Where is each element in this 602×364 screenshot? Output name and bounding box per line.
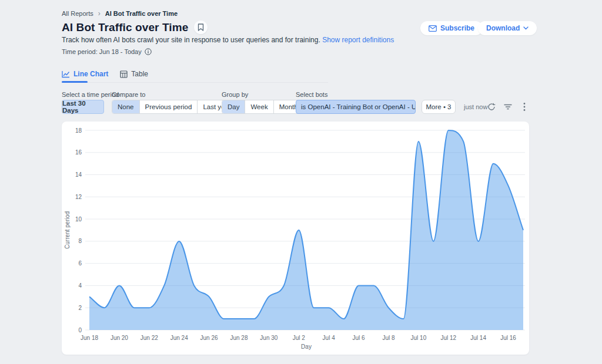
svg-text:16: 16 [75, 149, 82, 156]
svg-text:8: 8 [78, 238, 82, 244]
filter-button[interactable] [501, 100, 515, 114]
svg-text:Jun 24: Jun 24 [170, 335, 188, 341]
select-bots-filter-label: Select bots [296, 91, 327, 98]
svg-text:4: 4 [78, 282, 82, 289]
svg-text:Current period: Current period [64, 211, 71, 249]
line-chart-icon [62, 70, 70, 78]
breadcrumb-chevron-icon: › [98, 9, 101, 18]
svg-text:Jun 30: Jun 30 [260, 335, 277, 341]
svg-text:12: 12 [75, 194, 82, 200]
subscribe-label: Subscribe [440, 24, 474, 32]
filter-icon [504, 103, 512, 110]
svg-text:Jul 12: Jul 12 [440, 335, 456, 341]
page-title: AI Bot Traffic over Time [62, 21, 188, 34]
compare-to-segmented: None Previous period Last year [112, 100, 237, 114]
breadcrumb: All Reports › AI Bot Traffic over Time [62, 9, 178, 18]
compare-option-previous-period[interactable]: Previous period [140, 100, 198, 113]
envelope-icon [429, 25, 437, 32]
svg-text:Jul 16: Jul 16 [500, 335, 516, 341]
time-period-text: Time period: Jun 18 - Today [62, 48, 142, 55]
compare-option-none[interactable]: None [112, 100, 140, 113]
more-filters-button[interactable]: More • 3 [422, 100, 456, 114]
group-by-filter-label: Group by [222, 91, 248, 98]
bookmark-icon [198, 23, 204, 31]
traffic-area-chart[interactable]: 024681012141618Jun 18Jun 20Jun 22Jun 24J… [62, 122, 529, 355]
svg-text:Jun 28: Jun 28 [230, 335, 248, 341]
chart-card: 024681012141618Jun 18Jun 20Jun 22Jun 24J… [62, 122, 529, 355]
subscribe-button[interactable]: Subscribe [420, 21, 483, 35]
svg-text:Jun 26: Jun 26 [200, 335, 218, 341]
download-label: Download [486, 24, 520, 32]
svg-text:Jul 14: Jul 14 [470, 335, 486, 341]
time-period-filter-label: Select a time period [62, 91, 119, 98]
refresh-button[interactable] [484, 100, 499, 114]
breadcrumb-current: AI Bot Traffic over Time [105, 10, 178, 17]
group-by-option-day[interactable]: Day [222, 100, 245, 113]
table-icon [120, 70, 128, 78]
svg-text:Jun 18: Jun 18 [81, 335, 98, 341]
svg-text:6: 6 [78, 260, 82, 267]
active-tab-underline [62, 81, 88, 83]
svg-text:10: 10 [75, 216, 82, 223]
tabs-divider [62, 82, 328, 83]
svg-text:Jul 6: Jul 6 [353, 335, 366, 341]
download-button[interactable]: Download [478, 21, 537, 35]
compare-to-filter-label: Compare to [112, 91, 145, 98]
page-title-row: AI Bot Traffic over Time [62, 21, 208, 34]
svg-text:2: 2 [78, 305, 82, 311]
svg-text:18: 18 [75, 127, 82, 134]
svg-text:Day: Day [301, 343, 312, 350]
kebab-menu-button[interactable] [517, 100, 531, 114]
show-report-definitions-link[interactable]: Show report definitions [322, 36, 394, 44]
chevron-down-icon [523, 26, 529, 30]
svg-text:Jul 10: Jul 10 [411, 335, 427, 341]
tab-table-label: Table [131, 70, 148, 78]
page-subtitle: Track how often AI bots crawl your site … [62, 36, 394, 44]
time-period-select[interactable]: Last 30 Days [62, 100, 104, 114]
kebab-icon [523, 102, 526, 112]
group-by-option-week[interactable]: Week [245, 100, 273, 113]
svg-text:Jul 2: Jul 2 [293, 335, 306, 341]
svg-text:14: 14 [75, 171, 82, 178]
info-icon[interactable] [145, 48, 152, 55]
tab-table[interactable]: Table [120, 70, 148, 83]
svg-text:Jul 8: Jul 8 [382, 335, 395, 341]
svg-text:Jun 22: Jun 22 [141, 335, 158, 341]
tab-line-chart-label: Line Chart [73, 70, 108, 78]
svg-text:0: 0 [78, 327, 82, 333]
time-period-row: Time period: Jun 18 - Today [62, 48, 152, 55]
group-by-segmented: Day Week Month [222, 100, 304, 114]
subtitle-text: Track how often AI bots crawl your site … [62, 36, 320, 44]
svg-text:Jun 20: Jun 20 [111, 335, 128, 341]
bookmark-button[interactable] [194, 21, 208, 34]
breadcrumb-all-reports[interactable]: All Reports [62, 10, 93, 17]
select-bots-input[interactable]: is OpenAI - Training Bot or OpenAI - Use… [296, 100, 416, 114]
svg-text:Jul 4: Jul 4 [323, 335, 336, 341]
refresh-icon [487, 103, 496, 111]
